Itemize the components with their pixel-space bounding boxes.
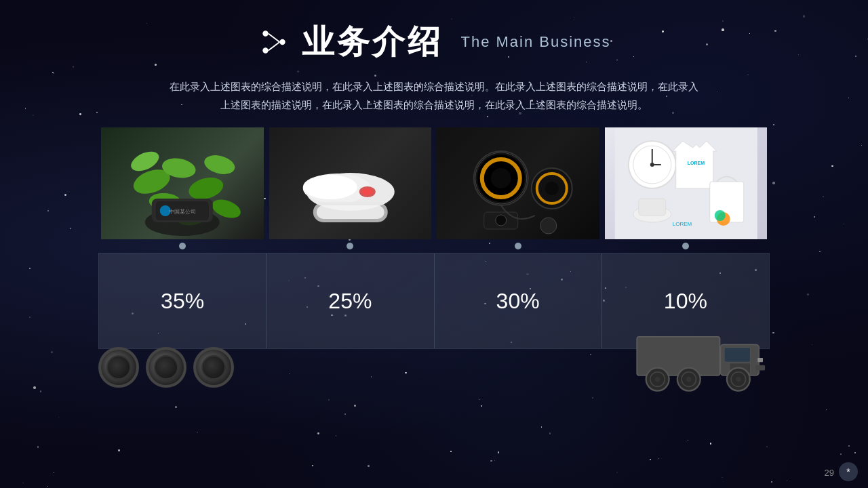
svg-point-60: [655, 377, 660, 382]
svg-point-34: [545, 182, 559, 195]
svg-point-66: [736, 377, 741, 382]
svg-point-7: [186, 174, 226, 203]
page-title-en: The Main Business: [460, 33, 610, 51]
svg-text:LOREM: LOREM: [672, 221, 692, 227]
dot-2: [347, 243, 353, 249]
svg-text:中国某公司: 中国某公司: [169, 209, 196, 215]
svg-line-3: [269, 34, 280, 43]
percent-box-2: 25%: [267, 253, 434, 348]
connector-3: [437, 239, 599, 253]
percent-box-3: 30%: [435, 253, 602, 348]
wheel-1: [98, 347, 139, 388]
svg-point-42: [650, 163, 654, 167]
svg-line-4: [269, 42, 280, 51]
svg-point-2: [280, 39, 285, 45]
product-image-4: LOREM LOREM: [605, 127, 768, 239]
svg-point-29: [491, 168, 511, 188]
truck-icon: [634, 329, 770, 396]
svg-point-22: [361, 188, 372, 195]
svg-point-63: [686, 377, 692, 382]
connector-1: [101, 239, 264, 253]
star-button[interactable]: *: [839, 462, 858, 481]
svg-text:LOREM: LOREM: [687, 161, 704, 165]
page-title-zh: 业务介绍: [302, 20, 443, 64]
wheels-left: [98, 347, 234, 388]
description-text: 在此录入上述图表的综合描述说明，在此录入上述图表的综合描述说明。在此录入上述图表…: [0, 64, 868, 121]
product-image-2: [269, 127, 432, 239]
dot-3: [515, 243, 521, 249]
svg-point-0: [263, 30, 269, 36]
product-image-1: 中国某公司: [101, 127, 264, 239]
wheel-2: [146, 347, 186, 388]
svg-point-46: [714, 210, 725, 221]
page-number: 29: [825, 468, 834, 478]
desc-line1: 在此录入上述图表的综合描述说明，在此录入上述图表的综合描述说明。在此录入上述图表…: [68, 77, 800, 96]
product-image-3: [437, 127, 599, 239]
images-row: 中国某公司: [0, 127, 868, 239]
dot-4: [682, 243, 689, 249]
desc-line2: 上述图表的描述说明，在此录入上述图表的综合描述说明，在此录入上述图表的综合描述说…: [68, 96, 800, 114]
wheel-3: [193, 347, 234, 388]
connector-4: [605, 239, 768, 253]
svg-rect-57: [757, 358, 763, 362]
svg-rect-56: [755, 365, 765, 371]
svg-point-35: [540, 218, 557, 234]
svg-rect-54: [724, 348, 750, 363]
svg-point-10: [202, 152, 237, 177]
svg-point-1: [263, 47, 269, 53]
svg-rect-48: [638, 199, 665, 216]
header: 业务介绍 The Main Business: [0, 0, 868, 64]
bottom-row: [0, 349, 868, 399]
svg-point-20: [302, 175, 357, 199]
truck-right: [634, 329, 770, 399]
connector-2: [269, 239, 432, 253]
svg-rect-51: [637, 338, 719, 375]
svg-rect-24: [316, 205, 384, 219]
arrow-icon: [257, 25, 291, 59]
dot-1: [179, 243, 186, 249]
connector-row: [0, 239, 868, 253]
svg-point-31: [496, 215, 507, 226]
percent-box-1: 35%: [99, 253, 267, 348]
